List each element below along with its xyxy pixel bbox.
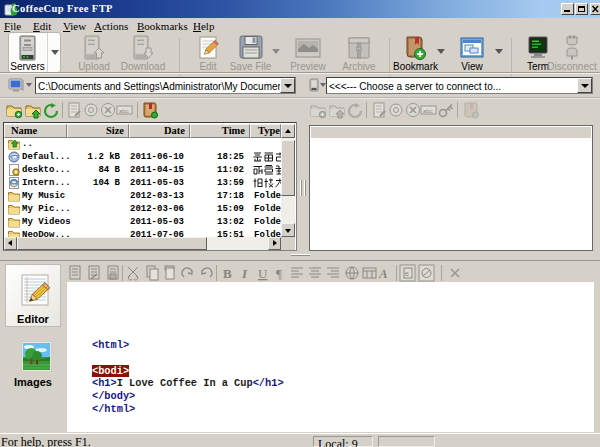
svg-text:U: U	[258, 266, 268, 281]
svg-text:B: B	[223, 266, 232, 281]
svg-text:e: e	[405, 270, 409, 277]
svg-text:A: A	[378, 266, 388, 281]
svg-text:I: I	[241, 266, 248, 281]
svg-text:¶: ¶	[276, 266, 282, 281]
